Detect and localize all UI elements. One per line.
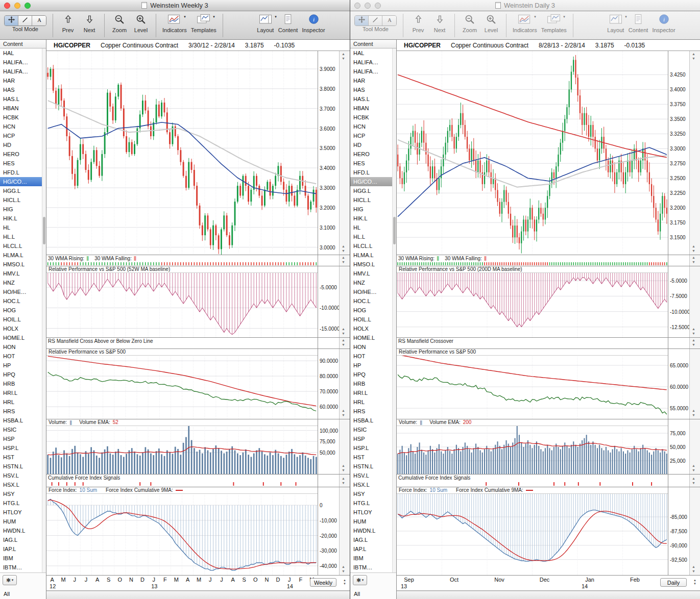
close-button[interactable] <box>4 3 10 9</box>
group-all-label[interactable]: All <box>4 591 10 597</box>
crosshair-tool-button[interactable] <box>355 16 369 26</box>
action-menu-button[interactable]: ✱▾ <box>353 575 367 585</box>
ticker-item[interactable]: HGG.L <box>350 186 396 195</box>
horizontal-scrollbar[interactable] <box>46 591 350 599</box>
scroll-up-arrow[interactable]: ▲ <box>342 409 345 413</box>
ticker-item[interactable]: HTG.L <box>0 498 46 508</box>
scroll-up-arrow[interactable]: ▲ <box>692 409 695 413</box>
ticker-item[interactable]: IBM <box>350 554 396 563</box>
minimize-button[interactable] <box>14 3 20 9</box>
ticker-item[interactable]: HALIFA… <box>350 67 396 76</box>
ticker-item[interactable]: HOC.L <box>350 296 396 306</box>
content-button[interactable]: Content <box>278 13 298 33</box>
ticker-item[interactable]: HOLX <box>0 324 46 333</box>
ticker-item[interactable]: IAP.L <box>0 544 46 554</box>
ticker-item[interactable]: HOLX <box>350 324 396 333</box>
scroll-up-arrow[interactable]: ▲ <box>342 338 345 342</box>
ticker-item[interactable]: HIK.L <box>0 214 46 223</box>
ticker-item[interactable]: HSP <box>350 434 396 443</box>
ticker-item[interactable]: HALIFA… <box>0 58 46 67</box>
ticker-item[interactable]: HIG <box>350 205 396 214</box>
zoom-button[interactable]: Zoom <box>461 13 478 33</box>
ticker-item[interactable]: HSV.L <box>350 471 396 480</box>
group-all-label[interactable]: All <box>354 591 360 597</box>
ticker-item[interactable]: HTG.L <box>350 498 396 508</box>
panel-scrollbar[interactable]: ▲▼ <box>689 255 700 266</box>
line-tool-button[interactable] <box>18 16 32 26</box>
ticker-item[interactable]: HICL.L <box>0 195 46 205</box>
rp2-chart[interactable] <box>46 349 318 419</box>
main-chart[interactable] <box>397 51 668 255</box>
ticker-item[interactable]: HO/HE… <box>350 287 396 296</box>
next-button[interactable]: Next <box>81 13 98 33</box>
titlebar[interactable]: Weinstein Daily 3 <box>350 0 700 11</box>
panel-scrollbar[interactable]: ▲▼▲▼ <box>689 51 700 255</box>
scrollbar-thumb[interactable] <box>393 217 396 244</box>
ticker-item[interactable]: HSBA.L <box>0 416 46 425</box>
ticker-item[interactable]: HUM <box>0 517 46 526</box>
ticker-item[interactable]: IBTM… <box>350 563 396 572</box>
ticker-item[interactable]: HOT <box>0 352 46 361</box>
indicators-button[interactable]: ▾Indicators <box>513 13 537 33</box>
ticker-item[interactable]: HP <box>350 361 396 370</box>
rp1-chart[interactable] <box>46 266 318 338</box>
ticker-item[interactable]: HPQ <box>350 370 396 379</box>
scroll-down-arrow[interactable]: ▼ <box>342 343 345 347</box>
ticker-item[interactable]: HFD.L <box>0 168 46 177</box>
ticker-item[interactable]: HALIFA… <box>0 67 46 76</box>
ticker-item[interactable]: HIK.L <box>350 214 396 223</box>
ticker-item[interactable]: HG/CO… <box>350 177 396 186</box>
crosshair-tool-button[interactable] <box>5 16 18 26</box>
ticker-item[interactable]: HGG.L <box>0 186 46 195</box>
ticker-item[interactable]: HSY <box>0 489 46 498</box>
main-chart[interactable] <box>46 51 318 255</box>
scroll-up-arrow[interactable]: ▲ <box>692 244 695 248</box>
scroll-down-arrow[interactable]: ▼ <box>692 413 695 417</box>
zoom-button[interactable] <box>25 3 31 9</box>
ticker-item[interactable]: HON <box>350 342 396 352</box>
ticker-item[interactable]: HSP.L <box>350 443 396 453</box>
ticker-item[interactable]: HTLOY <box>0 508 46 517</box>
ticker-item[interactable]: HRS <box>350 407 396 416</box>
ticker-item[interactable]: HMSO.L <box>350 260 396 269</box>
ticker-item[interactable]: HL.L <box>350 232 396 241</box>
ticker-item[interactable]: HES <box>350 159 396 168</box>
ticker-item[interactable]: HCN <box>350 122 396 131</box>
ticker-item[interactable]: IAG.L <box>0 535 46 544</box>
ticker-item[interactable]: IBTM… <box>0 563 46 572</box>
ticker-item[interactable]: HD <box>0 140 46 149</box>
ticker-item[interactable]: HAS.L <box>350 94 396 104</box>
scroll-up-arrow[interactable]: ▲ <box>342 256 345 260</box>
templates-button[interactable]: ▾Templates <box>541 13 567 33</box>
ticker-item[interactable]: HOG <box>0 306 46 315</box>
panel-scrollbar[interactable]: ▲▼▲▼ <box>339 51 350 255</box>
ticker-item[interactable]: HMV.L <box>0 269 46 278</box>
ticker-item[interactable]: HLCL.L <box>0 241 46 251</box>
text-tool-button[interactable]: A <box>382 16 396 26</box>
ticker-item[interactable]: HD <box>350 140 396 149</box>
ticker-item[interactable]: HCP <box>350 131 396 140</box>
panel-scrollbar[interactable]: ▲▼ <box>339 349 350 419</box>
ticker-item[interactable]: HON <box>0 342 46 352</box>
scroll-down-arrow[interactable]: ▼ <box>692 57 695 61</box>
vol-chart[interactable] <box>46 419 318 475</box>
panel-scrollbar[interactable]: ▲▼ <box>339 475 350 487</box>
layout-button[interactable]: ▾Layout <box>257 13 274 33</box>
panel-scrollbar[interactable]: ▲▼ <box>339 255 350 266</box>
ticker-item[interactable]: HCBK <box>0 113 46 122</box>
ticker-item[interactable]: HAR <box>0 76 46 85</box>
ticker-item[interactable]: HSBA.L <box>350 416 396 425</box>
ticker-item[interactable]: HSTN.L <box>350 462 396 471</box>
ticker-item[interactable]: HRB <box>350 379 396 388</box>
ticker-item[interactable]: HL <box>0 223 46 232</box>
scroll-up-arrow[interactable]: ▲ <box>692 565 695 569</box>
minimize-button[interactable] <box>365 3 371 9</box>
ticker-item[interactable]: HSP.L <box>0 443 46 453</box>
ticker-item[interactable]: HOIL.L <box>350 315 396 324</box>
panel-scrollbar[interactable]: ▲▼ <box>689 487 700 575</box>
scroll-down-arrow[interactable]: ▼ <box>692 569 695 573</box>
prev-button[interactable]: Prev <box>409 13 427 33</box>
ticker-item[interactable]: HAS <box>0 85 46 94</box>
ticker-item[interactable]: HAL <box>0 48 46 58</box>
scroll-up-arrow[interactable]: ▲ <box>692 477 695 481</box>
